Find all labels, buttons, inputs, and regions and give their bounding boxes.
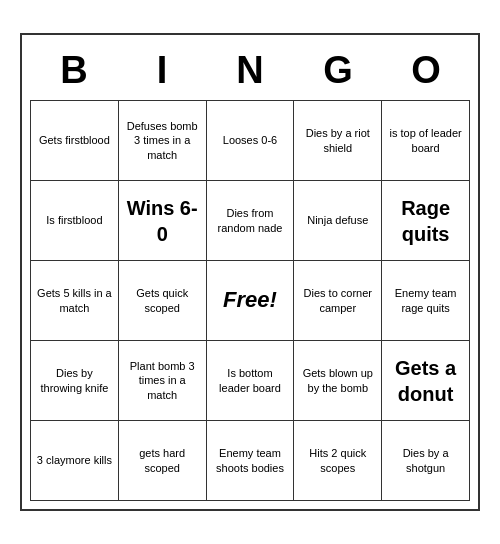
- bingo-cell-24: Dies by a shotgun: [382, 421, 470, 501]
- bingo-cell-5: Is firstblood: [31, 181, 119, 261]
- bingo-cell-1: Defuses bomb 3 times in a match: [119, 101, 207, 181]
- bingo-cell-16: Plant bomb 3 times in a match: [119, 341, 207, 421]
- bingo-cell-19: Gets a donut: [382, 341, 470, 421]
- bingo-cell-15: Dies by throwing knife: [31, 341, 119, 421]
- bingo-letter: I: [122, 49, 202, 92]
- bingo-cell-3: Dies by a riot shield: [294, 101, 382, 181]
- bingo-letter: N: [210, 49, 290, 92]
- bingo-cell-20: 3 claymore kills: [31, 421, 119, 501]
- bingo-cell-18: Gets blown up by the bomb: [294, 341, 382, 421]
- bingo-cell-13: Dies to corner camper: [294, 261, 382, 341]
- bingo-header: BINGO: [30, 43, 470, 100]
- bingo-cell-8: Ninja defuse: [294, 181, 382, 261]
- bingo-grid: Gets firstbloodDefuses bomb 3 times in a…: [30, 100, 470, 501]
- bingo-cell-14: Enemy team rage quits: [382, 261, 470, 341]
- bingo-cell-2: Looses 0-6: [207, 101, 295, 181]
- bingo-letter: G: [298, 49, 378, 92]
- bingo-letter: O: [386, 49, 466, 92]
- bingo-cell-23: Hits 2 quick scopes: [294, 421, 382, 501]
- bingo-cell-10: Gets 5 kills in a match: [31, 261, 119, 341]
- bingo-cell-9: Rage quits: [382, 181, 470, 261]
- bingo-cell-22: Enemy team shoots bodies: [207, 421, 295, 501]
- bingo-cell-6: Wins 6-0: [119, 181, 207, 261]
- bingo-cell-12: Free!: [207, 261, 295, 341]
- bingo-cell-4: is top of leader board: [382, 101, 470, 181]
- bingo-letter: B: [34, 49, 114, 92]
- bingo-cell-11: Gets quick scoped: [119, 261, 207, 341]
- bingo-cell-17: Is bottom leader board: [207, 341, 295, 421]
- bingo-cell-7: Dies from random nade: [207, 181, 295, 261]
- bingo-cell-0: Gets firstblood: [31, 101, 119, 181]
- bingo-cell-21: gets hard scoped: [119, 421, 207, 501]
- bingo-card: BINGO Gets firstbloodDefuses bomb 3 time…: [20, 33, 480, 511]
